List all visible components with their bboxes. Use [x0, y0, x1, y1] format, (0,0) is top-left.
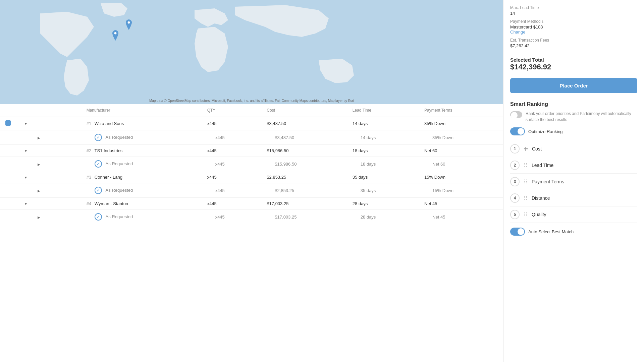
lead-time-cell: 35 days [347, 171, 419, 183]
lead-time-cell: 28 days [347, 198, 419, 210]
sidebar-top-info: Max. Lead Time 14 Payment Method ℹ Maste… [510, 5, 637, 52]
sub-label: As Requested [106, 188, 133, 193]
sub-qty-cell: x445 [202, 210, 262, 224]
drag-handle-icon[interactable]: ⠿ [524, 179, 528, 185]
smart-ranking-title: Smart Ranking [510, 101, 637, 107]
optimize-ranking-label: Optimize Ranking [528, 129, 563, 134]
manufacturer-rank: #3 [87, 175, 91, 180]
manufacturer-rank: #1 [87, 121, 91, 126]
payment-method-value: Mastercard $108 [510, 24, 637, 29]
ranking-item[interactable]: 1 ✛ Cost [510, 141, 637, 157]
sub-name-cell: ✓ As Requested [81, 130, 202, 145]
table-row: ▼ #4 Wyman - Stanton x445 $17,003.25 28 … [0, 198, 503, 210]
table-row: ▼ #1 Wiza and Sons x445 $3,487.50 14 day… [0, 117, 503, 130]
row-checkbox[interactable] [5, 120, 11, 126]
ranking-item[interactable]: 3 ⠿ Payment Terms [510, 174, 637, 190]
sub-expand-cell[interactable]: ▶ [19, 210, 81, 224]
payment-terms-cell: 15% Down [419, 171, 503, 183]
ranking-item[interactable]: 4 ⠿ Distance [510, 190, 637, 206]
max-lead-time-label: Max. Lead Time [510, 5, 637, 10]
sub-expand-arrow[interactable]: ▶ [38, 216, 40, 219]
expand-arrow[interactable]: ▼ [24, 149, 28, 153]
sub-name-cell: ✓ As Requested [81, 183, 202, 198]
expand-cell[interactable]: ▼ [19, 198, 81, 210]
sub-lead-time-cell: 35 days [347, 183, 419, 198]
expand-arrow[interactable]: ▼ [24, 176, 28, 179]
est-fees-row: Est. Transaction Fees $7,262.42 [510, 38, 637, 48]
drag-handle-icon[interactable]: ⠿ [524, 195, 528, 201]
sub-payment-terms-cell: 35% Down [419, 130, 503, 145]
auto-select-toggle[interactable] [510, 228, 525, 236]
info-icon: ℹ [542, 19, 543, 24]
cost-cell: $3,487.50 [261, 117, 347, 130]
sub-expand-arrow[interactable]: ▶ [38, 163, 40, 166]
sub-expand-arrow[interactable]: ▶ [38, 189, 40, 193]
table-row: ▼ #2 TS1 Industries x445 $15,986.50 18 d… [0, 145, 503, 157]
row-checkbox-cell[interactable] [0, 171, 19, 183]
cost-cell: $2,853.25 [261, 171, 347, 183]
selected-total-label: Selected Total [510, 57, 637, 63]
sub-qty-cell: x445 [202, 183, 262, 198]
manufacturer-rank: #4 [87, 201, 91, 206]
sub-expand-cell[interactable]: ▶ [19, 157, 81, 171]
check-circle-icon: ✓ [95, 213, 102, 221]
sub-checkbox-cell [0, 210, 19, 224]
sub-label: As Requested [106, 135, 133, 140]
optimize-ranking-toggle[interactable] [510, 127, 525, 135]
sub-expand-cell[interactable]: ▶ [19, 130, 81, 145]
expand-arrow[interactable]: ▼ [24, 122, 28, 126]
row-checkbox-cell[interactable] [0, 198, 19, 210]
manufacturer-rank: #2 [87, 148, 91, 153]
est-fees-label: Est. Transaction Fees [510, 38, 637, 43]
sub-checkbox-cell [0, 183, 19, 198]
sub-cost-cell: $17,003.25 [261, 210, 347, 224]
sub-lead-time-cell: 18 days [347, 157, 419, 171]
map-pin-1[interactable] [111, 30, 120, 42]
sub-checkbox-cell [0, 157, 19, 171]
sub-cost-cell: $3,487.50 [261, 130, 347, 145]
place-order-button[interactable]: Place Order [510, 78, 637, 93]
map-pin-2[interactable] [124, 19, 133, 32]
col-qty: QTY [202, 104, 262, 117]
svg-point-2 [128, 21, 130, 24]
smart-ranking-desc: Rank your order priorities and Partsimon… [510, 111, 637, 123]
main-content: Map data © OpenStreetMap contributors, M… [0, 0, 503, 362]
table-sub-row: ▶ ✓ As Requested x445 $17,003.25 28 days… [0, 210, 503, 224]
cost-cell: $17,003.25 [261, 198, 347, 210]
payment-method-change[interactable]: Change [510, 29, 637, 35]
expand-cell[interactable]: ▼ [19, 117, 81, 130]
col-checkbox [0, 104, 19, 117]
table-header-row: Manufacturer QTY Cost Lead Time Payment … [0, 104, 503, 117]
sub-expand-arrow[interactable]: ▶ [38, 136, 40, 140]
drag-handle-icon[interactable]: ⠿ [524, 162, 528, 169]
sub-name-cell: ✓ As Requested [81, 210, 202, 224]
ranking-item[interactable]: 2 ⠿ Lead Time [510, 157, 637, 174]
table-row: ▼ #3 Conner - Lang x445 $2,853.25 35 day… [0, 171, 503, 183]
sub-qty-cell: x445 [202, 130, 262, 145]
expand-arrow[interactable]: ▼ [24, 202, 28, 206]
ranking-num: 3 [510, 177, 520, 186]
sub-payment-terms-cell: Net 45 [419, 210, 503, 224]
row-checkbox-cell[interactable] [0, 145, 19, 157]
expand-cell[interactable]: ▼ [19, 145, 81, 157]
col-cost: Cost [261, 104, 347, 117]
sub-cost-cell: $15,986.50 [261, 157, 347, 171]
ranking-item[interactable]: 5 ⠿ Quality [510, 206, 637, 223]
cost-cell: $15,986.50 [261, 145, 347, 157]
world-map [0, 0, 503, 104]
table-container[interactable]: Manufacturer QTY Cost Lead Time Payment … [0, 104, 503, 362]
sub-payment-terms-cell: Net 60 [419, 157, 503, 171]
optimize-ranking-toggle-row: Optimize Ranking [510, 127, 637, 135]
expand-cell[interactable]: ▼ [19, 171, 81, 183]
sub-expand-cell[interactable]: ▶ [19, 183, 81, 198]
drag-handle-icon[interactable]: ⠿ [524, 212, 528, 218]
selected-total-section: Selected Total $142,396.92 [510, 57, 637, 71]
sub-payment-terms-cell: 15% Down [419, 183, 503, 198]
auto-select-toggle-row: Auto Select Best Match [510, 228, 637, 236]
add-ranking-icon[interactable]: ✛ [524, 146, 528, 152]
qty-cell: x445 [202, 117, 262, 130]
row-checkbox-cell[interactable] [0, 117, 19, 130]
max-lead-time-row: Max. Lead Time 14 [510, 5, 637, 16]
ranking-num: 1 [510, 144, 520, 154]
table-sub-row: ▶ ✓ As Requested x445 $2,853.25 35 days … [0, 183, 503, 198]
